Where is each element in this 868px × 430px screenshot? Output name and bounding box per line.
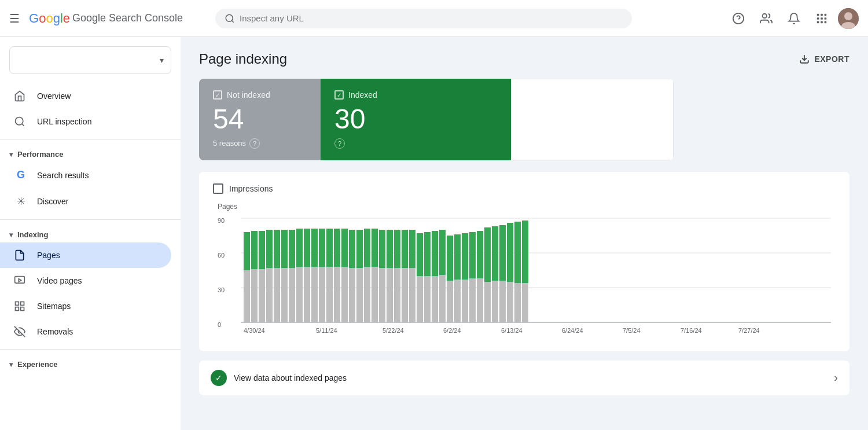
svg-point-15 — [16, 117, 23, 125]
apps-icon[interactable] — [810, 7, 833, 30]
svg-text:Pages: Pages — [218, 203, 237, 211]
svg-rect-34 — [251, 269, 258, 322]
sidebar-label-search-results: Search results — [37, 171, 89, 180]
svg-rect-68 — [379, 268, 385, 322]
svg-rect-96 — [484, 282, 491, 322]
help-icon[interactable] — [727, 7, 750, 30]
indexing-section-header[interactable]: ▾ Indexing — [0, 225, 181, 242]
sidebar-item-video-pages[interactable]: Video pages — [0, 268, 171, 293]
sidebar-label-url-inspection: URL inspection — [37, 117, 91, 126]
sidebar-item-removals[interactable]: Removals — [0, 319, 171, 344]
sidebar-item-pages[interactable]: Pages — [0, 242, 171, 268]
sidebar-item-sitemaps[interactable]: Sitemaps — [0, 293, 171, 319]
bottom-card-text: View data about indexed pages — [234, 373, 347, 383]
bottom-card[interactable]: ✓ View data about indexed pages › — [199, 361, 849, 395]
search-input[interactable] — [240, 13, 623, 23]
not-indexed-label: ✓ Not indexed — [213, 90, 307, 100]
impressions-label: Impressions — [229, 184, 273, 193]
svg-rect-32 — [244, 270, 250, 322]
topbar-left: ☰ Google Google Search Console — [9, 11, 206, 26]
svg-rect-81 — [424, 232, 431, 276]
svg-rect-33 — [244, 232, 250, 270]
svg-rect-92 — [469, 278, 476, 322]
index-cards: ✓ Not indexed 54 5 reasons ? ✓ Indexed 3… — [199, 79, 674, 160]
svg-rect-9 — [817, 21, 819, 23]
menu-icon[interactable]: ☰ — [9, 12, 20, 25]
svg-text:6/13/24: 6/13/24 — [501, 327, 523, 334]
content-area: Page indexing EXPORT ✓ Not indexed 54 5 … — [181, 37, 868, 430]
svg-rect-18 — [21, 302, 24, 306]
indexed-help-icon[interactable]: ? — [334, 138, 345, 149]
svg-rect-90 — [462, 280, 468, 322]
performance-section-header[interactable]: ▾ Performance — [0, 144, 181, 162]
svg-rect-57 — [334, 229, 340, 267]
svg-rect-52 — [319, 267, 325, 322]
svg-rect-64 — [364, 267, 370, 322]
svg-rect-88 — [454, 280, 461, 322]
svg-rect-41 — [274, 230, 280, 268]
svg-rect-63 — [356, 230, 363, 268]
indexed-subtitle: ? — [334, 138, 497, 149]
not-indexed-help-icon[interactable]: ? — [249, 138, 260, 149]
svg-rect-53 — [319, 229, 325, 267]
avatar[interactable] — [838, 8, 859, 29]
collapse-icon: ▾ — [9, 150, 13, 159]
sidebar-item-search-results[interactable]: G Search results — [0, 162, 171, 188]
chart-section: Impressions Pages 90 60 30 0 — [199, 172, 849, 351]
svg-rect-62 — [356, 268, 363, 322]
impressions-checkbox[interactable] — [213, 183, 223, 194]
svg-rect-97 — [484, 227, 491, 282]
sidebar-item-discover[interactable]: ✳ Discover — [0, 188, 171, 215]
notifications-icon[interactable] — [782, 7, 806, 30]
svg-rect-60 — [349, 268, 355, 322]
experience-section-header[interactable]: ▾ Experience — [0, 354, 181, 372]
sidebar-label-sitemaps: Sitemaps — [37, 302, 71, 311]
sidebar-item-overview[interactable]: Overview — [0, 83, 171, 109]
chart-area: Pages 90 60 30 0 — [213, 201, 836, 340]
svg-rect-37 — [259, 231, 265, 269]
home-icon — [14, 90, 28, 102]
svg-rect-43 — [281, 230, 288, 268]
svg-rect-67 — [372, 229, 378, 267]
svg-rect-91 — [462, 233, 468, 280]
chart-svg: Pages 90 60 30 0 — [213, 201, 836, 340]
search-bar[interactable] — [215, 9, 632, 28]
svg-rect-87 — [447, 236, 453, 281]
svg-rect-20 — [21, 307, 24, 311]
chevron-down-icon: ▾ — [160, 56, 164, 65]
svg-rect-69 — [379, 230, 385, 268]
sidebar-label-discover: Discover — [37, 197, 68, 206]
svg-text:5/11/24: 5/11/24 — [316, 327, 337, 334]
svg-rect-98 — [492, 281, 498, 322]
google-g-icon: G — [14, 169, 28, 181]
card-rest — [511, 79, 674, 160]
property-selector[interactable]: ▾ — [9, 46, 171, 74]
app-name: Google Search Console — [72, 12, 183, 24]
svg-rect-65 — [364, 229, 370, 267]
video-pages-icon — [14, 275, 28, 286]
svg-rect-74 — [402, 268, 408, 322]
svg-rect-35 — [251, 231, 258, 269]
logo-google: Google — [29, 11, 70, 26]
performance-section-label: Performance — [17, 150, 63, 159]
svg-rect-72 — [394, 268, 400, 322]
svg-rect-71 — [387, 230, 393, 268]
svg-rect-77 — [409, 230, 415, 268]
svg-rect-95 — [477, 231, 483, 278]
impressions-toggle[interactable]: Impressions — [213, 183, 836, 194]
svg-rect-107 — [522, 220, 528, 283]
people-icon[interactable] — [755, 7, 778, 30]
svg-rect-56 — [334, 267, 340, 322]
svg-text:90: 90 — [218, 217, 225, 224]
sidebar-divider-3 — [0, 349, 181, 350]
svg-rect-58 — [341, 267, 348, 322]
svg-rect-50 — [311, 267, 318, 322]
export-button[interactable]: EXPORT — [799, 54, 849, 64]
svg-rect-105 — [514, 222, 521, 283]
discover-icon: ✳ — [14, 195, 28, 208]
svg-rect-75 — [402, 230, 408, 268]
svg-text:7/16/24: 7/16/24 — [681, 327, 702, 334]
sidebar-item-url-inspection[interactable]: URL inspection — [0, 109, 171, 134]
sidebar-divider-1 — [0, 139, 181, 139]
svg-text:6/24/24: 6/24/24 — [562, 327, 583, 334]
